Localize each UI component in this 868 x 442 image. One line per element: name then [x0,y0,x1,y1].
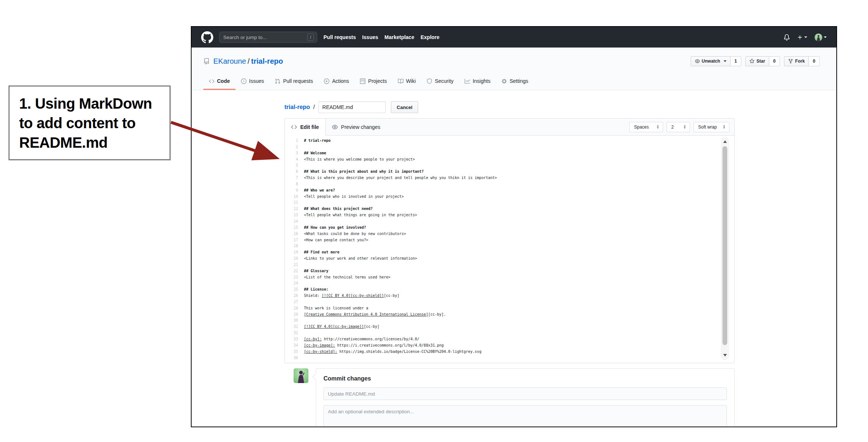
user-menu[interactable] [815,34,827,41]
eye-icon [695,59,700,64]
code-text: ## How can you get involved? [304,225,366,231]
tab-label: Insights [473,78,490,84]
tab-label: Security [435,78,454,84]
header-nav-pull-requests[interactable]: Pull requests [323,34,356,40]
repo-tab-code[interactable]: Code [203,73,235,90]
code-line: 2 [285,144,734,150]
search-shortcut-key: / [307,34,314,41]
line-number: 35 [285,349,304,355]
code-editor[interactable]: 1# trial-repo23## Welcome4<This is where… [285,136,734,363]
code-line: 25## License: [285,287,734,293]
tab-edit-file[interactable]: Edit file [285,119,326,136]
scroll-up-arrow-icon[interactable] [723,140,727,143]
tab-label: Edit file [300,124,319,130]
code-line: 23<List of the technical terms used here… [285,274,734,281]
code-text: <List of the technical terms used here> [304,274,391,281]
repo-tab-security[interactable]: Security [421,73,459,90]
scrollbar-thumb[interactable] [722,146,727,345]
line-number: 14 [285,218,304,225]
editor-scrollbar[interactable] [721,137,729,360]
star-button[interactable]: Star [745,56,769,66]
unwatch-button[interactable]: Unwatch [691,56,731,66]
commit-description-textarea[interactable] [323,405,727,427]
code-line: 3## Welcome [285,150,734,157]
tab-label: Projects [368,78,387,84]
code-text: <How can people contact you?> [304,237,368,243]
breadcrumb-repo-link[interactable]: trial-repo [284,104,310,110]
stepper-icon [722,125,726,129]
tab-label: Wiki [406,78,416,84]
commit-section: Commit changes [284,368,735,427]
code-text: This work is licensed under a [304,305,368,312]
tab-preview-changes[interactable]: Preview changes [326,119,387,136]
repo-name-link[interactable]: trial-repo [251,57,283,65]
select-value: Soft wrap [698,124,717,130]
search-input[interactable]: Search or jump to... / [219,32,317,43]
code-line: 32 [285,330,734,336]
pr-icon [275,78,280,84]
repo-tab-insights[interactable]: Insights [459,73,496,90]
play-icon [324,78,329,84]
star-count[interactable]: 0 [769,56,780,66]
line-number: 30 [285,318,304,324]
code-text: <Tell people what things are going in th… [304,212,417,218]
file-breadcrumb: trial-repo / Cancel [284,99,735,115]
editor-select-2[interactable]: 2 [666,122,690,132]
repo-tab-actions[interactable]: Actions [318,73,354,90]
header-nav-issues[interactable]: Issues [362,34,378,40]
issue-icon [241,78,246,84]
code-text: ## Welcome [304,150,326,157]
line-number: 13 [285,212,304,218]
line-number: 18 [285,243,304,249]
create-new-menu[interactable] [797,35,807,40]
scroll-down-arrow-icon[interactable] [723,354,727,357]
code-text: [![CC BY 4.0][cc-by-image]][cc-by] [304,324,379,330]
code-line: 18 [285,243,734,249]
line-number: 25 [285,287,304,293]
line-number: 33 [285,336,304,343]
code-text: <This is where you describe your project… [304,175,497,181]
code-line: 26Shield: [![CC BY 4.0][cc-by-shield]][c… [285,293,734,299]
repo-tab-issues[interactable]: Issues [235,73,269,90]
line-number: 12 [285,206,304,212]
repo-owner-link[interactable]: EKaroune [213,57,246,65]
gear-icon [501,78,507,84]
fork-count[interactable]: 0 [809,56,820,66]
repo-action-fork: Fork0 [784,56,820,66]
repo-tabs: CodeIssuesPull requestsActionsProjectsWi… [203,73,820,90]
stepper-icon [656,125,660,129]
header-nav-marketplace[interactable]: Marketplace [385,34,414,40]
tab-label: Code [217,78,230,84]
repo-tab-settings[interactable]: Settings [496,73,534,90]
repo-tab-wiki[interactable]: Wiki [392,73,421,90]
breadcrumb-separator: / [313,104,315,110]
code-line: 12## What does this project need? [285,206,734,212]
code-line: 1# trial-repo [285,138,734,144]
filename-input[interactable] [318,101,386,113]
github-logo-icon[interactable] [201,31,213,43]
fork-button[interactable]: Fork [784,56,809,66]
unwatch-count[interactable]: 1 [731,56,742,66]
code-text: [cc-by-shield]: https://img.shields.io/b… [304,349,482,355]
code-line: 14 [285,218,734,225]
editor-select-spaces[interactable]: Spaces [629,122,663,132]
main-content: trial-repo / Cancel Edit file Preview ch… [284,99,735,427]
code-line: 20<Links to your work and other relevant… [285,256,734,262]
header-nav-explore[interactable]: Explore [420,34,439,40]
bell-icon[interactable] [784,34,790,41]
caret-down-icon [724,60,727,62]
code-line: 5 [285,162,734,169]
line-number: 28 [285,305,304,312]
cancel-button[interactable]: Cancel [391,101,419,113]
line-number: 1 [285,138,304,144]
code-text: [Creative Commons Attribution 4.0 Intern… [304,312,446,318]
tab-label: Actions [332,78,349,84]
commit-summary-input[interactable] [323,387,727,400]
avatar [815,34,822,41]
editor-select-soft-wrap[interactable]: Soft wrap [693,122,729,132]
line-number: 10 [285,194,304,200]
repo-tab-projects[interactable]: Projects [354,73,392,90]
code-line: 22## Glossary [285,268,734,274]
repo-tab-pull-requests[interactable]: Pull requests [269,73,318,90]
code-text: ## License: [304,287,328,293]
